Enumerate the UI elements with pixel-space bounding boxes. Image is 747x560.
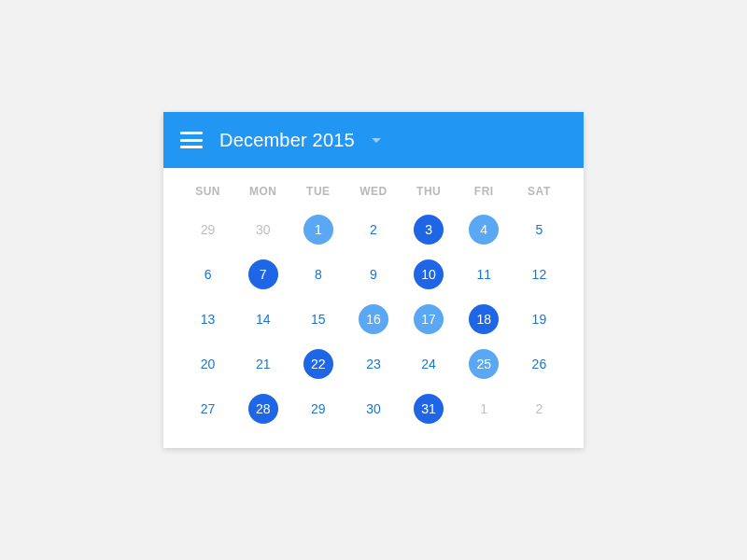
calendar-day[interactable]: 12 <box>524 259 554 289</box>
calendar-day[interactable]: 19 <box>524 304 554 334</box>
calendar-day-cell[interactable]: 27 <box>180 390 235 427</box>
calendar-day[interactable]: 23 <box>359 349 388 379</box>
calendar-day[interactable]: 15 <box>303 304 333 334</box>
calendar-day-cell[interactable]: 23 <box>345 345 401 383</box>
calendar-day-cell[interactable]: 17 <box>402 301 457 338</box>
calendar-day-cell[interactable]: 6 <box>180 256 235 293</box>
calendar-week-row: 293012345 <box>180 211 567 248</box>
dow-label: WED <box>345 185 401 211</box>
calendar-day[interactable]: 21 <box>248 349 278 379</box>
calendar-day-cell[interactable]: 7 <box>235 256 290 293</box>
calendar-day[interactable]: 11 <box>469 259 499 289</box>
calendar-day-cell[interactable]: 25 <box>457 345 512 383</box>
calendar-day[interactable]: 22 <box>303 349 333 379</box>
calendar-week-row: 13141516171819 <box>180 301 567 338</box>
calendar-day[interactable]: 29 <box>303 394 333 424</box>
calendar-day-cell[interactable]: 1 <box>290 211 345 248</box>
dow-label: SUN <box>180 185 235 211</box>
calendar-day-cell[interactable]: 31 <box>402 390 457 427</box>
calendar-day[interactable]: 25 <box>469 349 499 379</box>
calendar-day[interactable]: 26 <box>524 349 554 379</box>
calendar-day-cell[interactable]: 30 <box>345 390 401 427</box>
calendar-day[interactable]: 7 <box>248 259 278 289</box>
calendar-day-cell[interactable]: 12 <box>512 256 567 293</box>
calendar-body: SUN MON TUE WED THU FRI SAT 293012345678… <box>163 168 584 448</box>
dow-label: FRI <box>457 185 512 211</box>
calendar-day-cell[interactable]: 18 <box>457 301 512 338</box>
calendar-day[interactable]: 3 <box>414 215 444 245</box>
calendar-day-cell[interactable]: 29 <box>180 211 235 248</box>
calendar-card: December 2015 SUN MON TUE WED THU FRI SA… <box>163 112 584 448</box>
calendar-day[interactable]: 18 <box>469 304 499 334</box>
calendar-grid: 2930123456789101112131415161718192021222… <box>180 211 567 427</box>
calendar-day[interactable]: 5 <box>524 215 554 245</box>
calendar-day[interactable]: 14 <box>248 304 278 334</box>
calendar-day-cell[interactable]: 3 <box>402 211 457 248</box>
calendar-day-cell[interactable]: 13 <box>180 301 235 338</box>
calendar-day-cell[interactable]: 26 <box>512 345 567 383</box>
calendar-day[interactable]: 31 <box>414 394 444 424</box>
calendar-day[interactable]: 1 <box>469 394 499 424</box>
calendar-day[interactable]: 24 <box>414 349 444 379</box>
calendar-week-row: 6789101112 <box>180 256 567 293</box>
calendar-day[interactable]: 30 <box>359 394 388 424</box>
calendar-day-cell[interactable]: 20 <box>180 345 235 383</box>
calendar-day[interactable]: 8 <box>303 259 333 289</box>
calendar-day[interactable]: 16 <box>359 304 388 334</box>
calendar-day[interactable]: 1 <box>303 215 333 245</box>
calendar-day-cell[interactable]: 19 <box>512 301 567 338</box>
calendar-day-cell[interactable]: 2 <box>345 211 401 248</box>
calendar-day-cell[interactable]: 9 <box>345 256 401 293</box>
calendar-day-cell[interactable]: 29 <box>290 390 345 427</box>
calendar-day[interactable]: 17 <box>414 304 444 334</box>
day-of-week-row: SUN MON TUE WED THU FRI SAT <box>180 185 567 211</box>
calendar-day-cell[interactable]: 5 <box>512 211 567 248</box>
calendar-day-cell[interactable]: 10 <box>402 256 457 293</box>
calendar-day[interactable]: 27 <box>193 394 223 424</box>
dow-label: MON <box>235 185 290 211</box>
calendar-day-cell[interactable]: 4 <box>457 211 512 248</box>
calendar-day-cell[interactable]: 30 <box>235 211 290 248</box>
calendar-day[interactable]: 30 <box>248 215 278 245</box>
calendar-day[interactable]: 2 <box>524 394 554 424</box>
calendar-day-cell[interactable]: 1 <box>457 390 512 427</box>
calendar-day-cell[interactable]: 11 <box>457 256 512 293</box>
calendar-day[interactable]: 29 <box>193 215 223 245</box>
calendar-day-cell[interactable]: 22 <box>290 345 345 383</box>
dow-label: THU <box>402 185 457 211</box>
calendar-day[interactable]: 28 <box>248 394 278 424</box>
calendar-day-cell[interactable]: 28 <box>235 390 290 427</box>
hamburger-icon[interactable] <box>180 132 203 148</box>
calendar-header: December 2015 <box>163 112 584 168</box>
calendar-week-row: 20212223242526 <box>180 345 567 383</box>
calendar-day-cell[interactable]: 24 <box>402 345 457 383</box>
dow-label: TUE <box>290 185 345 211</box>
calendar-day[interactable]: 20 <box>193 349 223 379</box>
calendar-day[interactable]: 4 <box>469 215 499 245</box>
calendar-day-cell[interactable]: 2 <box>512 390 567 427</box>
month-year-title: December 2015 <box>219 130 355 151</box>
calendar-day-cell[interactable]: 14 <box>235 301 290 338</box>
calendar-day[interactable]: 9 <box>359 259 388 289</box>
calendar-day[interactable]: 10 <box>414 259 444 289</box>
calendar-day-cell[interactable]: 15 <box>290 301 345 338</box>
calendar-day-cell[interactable]: 8 <box>290 256 345 293</box>
calendar-day[interactable]: 2 <box>359 215 388 245</box>
calendar-day[interactable]: 6 <box>193 259 223 289</box>
calendar-day[interactable]: 13 <box>193 304 223 334</box>
dow-label: SAT <box>512 185 567 211</box>
calendar-day-cell[interactable]: 16 <box>345 301 401 338</box>
calendar-week-row: 272829303112 <box>180 390 567 427</box>
calendar-day-cell[interactable]: 21 <box>235 345 290 383</box>
chevron-down-icon[interactable] <box>372 138 381 143</box>
